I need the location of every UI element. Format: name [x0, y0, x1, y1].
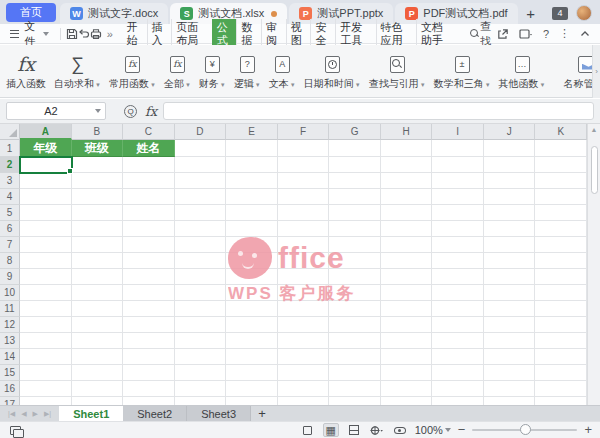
cell-C9[interactable] — [123, 269, 175, 285]
cell-E10[interactable] — [226, 285, 278, 301]
ribbon-button-文本[interactable]: A文本▼ — [265, 47, 300, 95]
cell-B17[interactable] — [72, 397, 124, 405]
zoom-level-button[interactable]: 100% — [415, 424, 451, 436]
cell-K5[interactable] — [535, 205, 587, 221]
cell-G1[interactable] — [329, 140, 381, 157]
cell-D1[interactable] — [175, 140, 227, 157]
tab-count-badge[interactable]: 4 — [552, 7, 568, 20]
column-header-C[interactable]: C — [123, 124, 175, 140]
search-button[interactable]: 查找 — [470, 19, 497, 49]
cell-D16[interactable] — [175, 381, 227, 397]
switch-windows-icon[interactable] — [10, 426, 21, 435]
cell-H4[interactable] — [381, 189, 433, 205]
cell-J5[interactable] — [484, 205, 536, 221]
ribbon-button-财务[interactable]: ¥财务▼ — [195, 47, 230, 95]
cell-B13[interactable] — [72, 333, 124, 349]
cell-J1[interactable] — [484, 140, 536, 157]
cell-E1[interactable] — [226, 140, 278, 157]
cell-I11[interactable] — [432, 301, 484, 317]
ribbon-button-全部[interactable]: fx全部▼ — [160, 47, 195, 95]
cell-H8[interactable] — [381, 253, 433, 269]
cell-G8[interactable] — [329, 253, 381, 269]
print-icon[interactable] — [90, 27, 102, 41]
cell-C11[interactable] — [123, 301, 175, 317]
row-header-9[interactable]: 9 — [0, 269, 20, 285]
row-header-15[interactable]: 15 — [0, 365, 20, 381]
cell-F10[interactable] — [278, 285, 330, 301]
cell-A4[interactable] — [20, 189, 72, 205]
row-header-1[interactable]: 1 — [0, 140, 20, 157]
cell-K3[interactable] — [535, 173, 587, 189]
cell-I9[interactable] — [432, 269, 484, 285]
cell-J17[interactable] — [484, 397, 536, 405]
switch-window-icon[interactable] — [519, 28, 533, 40]
cell-F9[interactable] — [278, 269, 330, 285]
cell-J15[interactable] — [484, 365, 536, 381]
cell-H16[interactable] — [381, 381, 433, 397]
collapse-ribbon-icon[interactable] — [580, 30, 590, 37]
cell-J2[interactable] — [484, 157, 536, 173]
cell-B12[interactable] — [72, 317, 124, 333]
cell-G10[interactable] — [329, 285, 381, 301]
cell-C13[interactable] — [123, 333, 175, 349]
cell-H10[interactable] — [381, 285, 433, 301]
cell-G2[interactable] — [329, 157, 381, 173]
row-header-17[interactable]: 17 — [0, 397, 20, 405]
cell-K15[interactable] — [535, 365, 587, 381]
vertical-scrollbar[interactable]: ▲ — [587, 124, 600, 405]
cell-D2[interactable] — [175, 157, 227, 173]
cell-F1[interactable] — [278, 140, 330, 157]
cell-C6[interactable] — [123, 221, 175, 237]
cell-B1[interactable]: 班级 — [72, 140, 124, 157]
cell-D3[interactable] — [175, 173, 227, 189]
cell-F14[interactable] — [278, 349, 330, 365]
cell-H12[interactable] — [381, 317, 433, 333]
cell-E2[interactable] — [226, 157, 278, 173]
cell-J14[interactable] — [484, 349, 536, 365]
cell-D14[interactable] — [175, 349, 227, 365]
cell-B16[interactable] — [72, 381, 124, 397]
column-header-E[interactable]: E — [226, 124, 278, 140]
cell-J16[interactable] — [484, 381, 536, 397]
cell-D10[interactable] — [175, 285, 227, 301]
cell-E14[interactable] — [226, 349, 278, 365]
cell-H7[interactable] — [381, 237, 433, 253]
row-header-12[interactable]: 12 — [0, 317, 20, 333]
cell-B15[interactable] — [72, 365, 124, 381]
cell-A5[interactable] — [20, 205, 72, 221]
row-header-6[interactable]: 6 — [0, 221, 20, 237]
cell-C8[interactable] — [123, 253, 175, 269]
menu-tab-开始[interactable]: 开始 — [123, 19, 147, 49]
cell-A12[interactable] — [20, 317, 72, 333]
cell-K17[interactable] — [535, 397, 587, 405]
cell-A17[interactable] — [20, 397, 72, 405]
menu-tab-插入[interactable]: 插入 — [147, 19, 172, 49]
share-icon[interactable] — [497, 28, 509, 40]
cell-A14[interactable] — [20, 349, 72, 365]
cell-I13[interactable] — [432, 333, 484, 349]
cell-H5[interactable] — [381, 205, 433, 221]
cell-I16[interactable] — [432, 381, 484, 397]
column-header-A[interactable]: A — [20, 124, 72, 140]
cell-I7[interactable] — [432, 237, 484, 253]
cell-I12[interactable] — [432, 317, 484, 333]
cell-G7[interactable] — [329, 237, 381, 253]
cell-C5[interactable] — [123, 205, 175, 221]
zoom-in-button[interactable]: + — [584, 425, 592, 435]
row-header-2[interactable]: 2 — [0, 157, 20, 173]
cell-C15[interactable] — [123, 365, 175, 381]
spreadsheet-grid[interactable]: ABCDEFGHIJK1年级班级姓名2345678910111213141516… — [0, 124, 587, 405]
cell-G5[interactable] — [329, 205, 381, 221]
select-all-corner[interactable] — [0, 124, 20, 140]
cell-A6[interactable] — [20, 221, 72, 237]
cell-I8[interactable] — [432, 253, 484, 269]
cell-I5[interactable] — [432, 205, 484, 221]
scroll-up-icon[interactable]: ▲ — [588, 126, 600, 133]
row-header-7[interactable]: 7 — [0, 237, 20, 253]
menu-tab-审阅[interactable]: 审阅 — [261, 19, 286, 49]
more-options-icon[interactable]: ⋮ — [559, 27, 570, 40]
cell-K1[interactable] — [535, 140, 587, 157]
cell-C7[interactable] — [123, 237, 175, 253]
cell-E17[interactable] — [226, 397, 278, 405]
zoom-slider[interactable] — [472, 429, 577, 431]
